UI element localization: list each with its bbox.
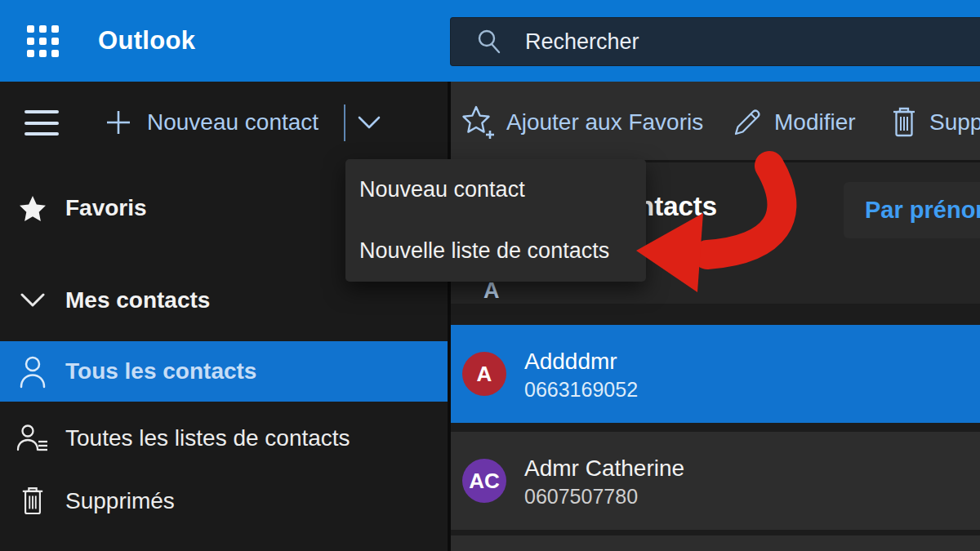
contact-phone: 0607507780 [524,483,684,509]
list-divider [451,423,980,432]
avatar: AC [462,459,506,503]
contact-list-icon [0,422,65,455]
sidebar-item-all-contacts[interactable]: Tous les contacts [0,341,448,402]
list-divider [451,304,980,325]
sort-by-label: Par prénom [865,197,980,224]
new-contact-label: Nouveau contact [147,109,318,136]
add-to-favorites-button[interactable]: Ajouter aux Favoris [461,96,703,149]
hamburger-menu-icon[interactable] [24,110,59,136]
sidebar-item-label: Toutes les listes de contacts [65,425,350,451]
contact-name: Admr Catherine [524,453,684,483]
search-icon [476,29,502,55]
delete-label: Supprimer [929,109,980,136]
menu-item-new-contact[interactable]: Nouveau contact [345,159,646,220]
person-icon [0,354,65,389]
delete-button[interactable]: Supprimer [891,96,980,149]
trash-icon [0,486,65,517]
avatar: A [462,352,506,396]
sidebar-item-label: Tous les contacts [65,358,256,384]
search-input[interactable] [523,29,870,56]
new-contact-dropdown-chevron-icon[interactable] [358,96,381,149]
chevron-down-icon [0,293,65,308]
new-contact-dropdown-menu: Nouveau contact Nouvelle liste de contac… [345,159,646,282]
sidebar-item-label: Supprimés [65,488,175,514]
sidebar-item-label: Mes contacts [65,287,210,313]
add-to-favorites-label: Ajouter aux Favoris [506,109,703,136]
sidebar-item-deleted[interactable]: Supprimés [0,475,448,527]
toolbar-split-divider [344,104,345,141]
top-app-bar: Outlook [0,0,980,82]
sort-by-button[interactable]: Par prénom [844,182,980,238]
app-launcher-icon[interactable] [27,25,59,57]
app-title: Outlook [98,0,195,82]
avatar-initials: AC [469,469,500,494]
search-box[interactable] [450,17,980,66]
trash-icon [891,106,917,139]
edit-button[interactable]: Modifier [733,96,856,149]
avatar-initials: A [477,362,492,387]
contact-row[interactable]: AC Admr Catherine 0607507780 [451,432,980,530]
edit-label: Modifier [774,109,856,136]
contact-phone: 0663169052 [524,376,638,402]
star-icon [0,195,65,222]
sidebar-item-label: Favoris [65,195,147,221]
contact-row[interactable]: A Addddmr 0663169052 [451,325,980,423]
menu-item-new-contact-list[interactable]: Nouvelle liste de contacts [345,220,646,282]
section-letter-header: A [483,278,500,304]
plus-icon [105,109,132,136]
star-add-icon [461,105,494,140]
sidebar-item-all-contact-lists[interactable]: Toutes les listes de contacts [0,412,448,464]
list-divider [451,530,980,535]
pencil-icon [733,108,762,137]
new-contact-button[interactable]: Nouveau contact [105,96,318,149]
contact-row-partial[interactable] [451,535,980,551]
contact-name: Addddmr [524,346,638,376]
sidebar-item-my-contacts[interactable]: Mes contacts [0,276,448,325]
